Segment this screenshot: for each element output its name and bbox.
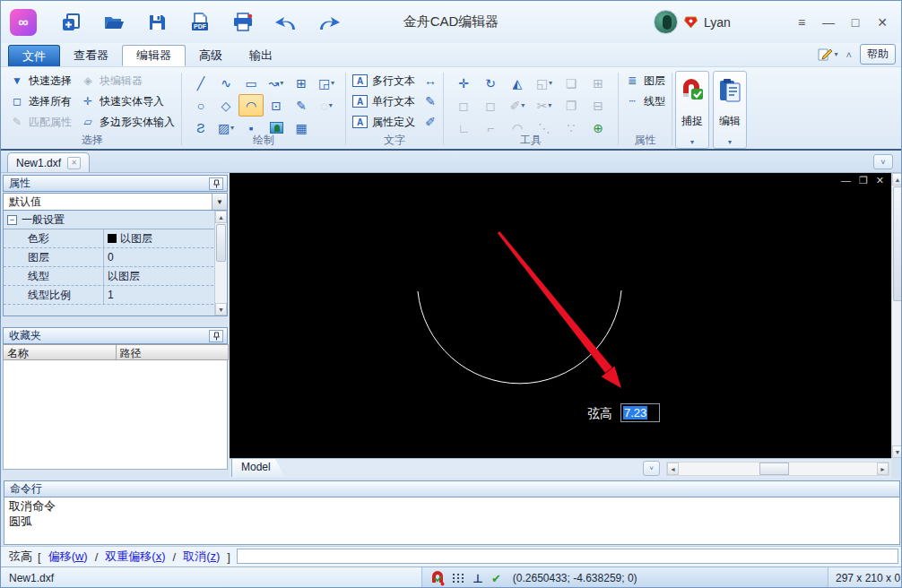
scrollbar-thumb[interactable] (759, 463, 789, 475)
properties-group-row[interactable]: −一般设置 (4, 211, 227, 229)
open-file-button[interactable] (101, 10, 126, 35)
select-all-button[interactable]: ◻ 选择所有 (10, 92, 72, 110)
layers-button[interactable]: ≣ 图层 (625, 72, 665, 90)
gradient-tool[interactable]: ◌▾ (314, 94, 339, 117)
polyline-tool[interactable]: ↝▾ (264, 72, 289, 94)
app-menu-button[interactable]: ≡ (788, 9, 815, 36)
revision-cloud-tool[interactable]: ⊡ (264, 94, 289, 117)
stretch-tool[interactable]: ✐▾ (504, 94, 531, 117)
tab-output[interactable]: 输出 (236, 45, 286, 66)
properties-scrollbar[interactable]: ▲ ▼ (214, 211, 227, 316)
move-tool[interactable]: ✛ (450, 72, 477, 94)
draft-check-icon[interactable]: ✔ (491, 572, 501, 585)
redo-button[interactable] (317, 10, 342, 35)
tab-editor[interactable]: 编辑器 (122, 45, 186, 66)
arc-tool[interactable]: ◠ (239, 94, 264, 117)
match-properties-button[interactable]: ✎ 匹配属性 (10, 113, 72, 131)
new-file-button[interactable] (58, 10, 83, 35)
collapse-ribbon-icon[interactable]: ˄ (846, 49, 852, 60)
explode-tool[interactable]: ⊟ (585, 94, 611, 117)
option-cancel[interactable]: 取消(z) (183, 549, 220, 565)
minimize-button[interactable]: — (815, 9, 842, 36)
edit-text-tool[interactable]: ✐ (424, 113, 437, 131)
dropdown-arrow-icon[interactable]: ▼ (212, 194, 227, 210)
circle-tool[interactable]: ○ (188, 94, 213, 117)
line-tool[interactable]: ╱ (188, 72, 213, 94)
pin-icon[interactable] (209, 330, 223, 342)
single-text-button[interactable]: A 单行文本 (352, 92, 415, 110)
edit-dropdown-icon[interactable]: ▾ (728, 138, 732, 146)
mtext-button[interactable]: A 多行文本 (352, 72, 415, 90)
property-row-linetype[interactable]: 线型 以图层 (4, 267, 227, 286)
quick-entity-import-button[interactable]: ✛ 快速实体导入 (81, 92, 175, 110)
drawing-canvas[interactable]: — ❐ ✕ 弦高 7.23 (230, 173, 891, 458)
layout-expand-button[interactable]: ˅ (643, 461, 660, 476)
undo-button[interactable] (273, 10, 299, 35)
copy-properties-tool[interactable]: ❐ (558, 94, 585, 117)
attribute-define-button[interactable]: A 属性定义 (352, 113, 415, 131)
model-tab[interactable]: Model (231, 459, 285, 477)
sketch-tool[interactable]: ∿ (213, 72, 239, 94)
tab-file[interactable]: 文件 (8, 45, 60, 66)
option-double-offset[interactable]: 双重偏移(x) (105, 549, 165, 565)
tab-overflow-button[interactable]: ˅ (873, 154, 893, 169)
boundary-tool[interactable]: ◲▾ (314, 72, 339, 94)
ellipse-tool[interactable]: ◇ (213, 94, 239, 117)
scrollbar-thumb[interactable] (216, 224, 226, 262)
block-editor-button[interactable]: ◈ 块编辑器 (81, 72, 175, 90)
text-style-tool[interactable]: ✎ (424, 92, 437, 110)
property-row-layer[interactable]: 图层 0 (4, 248, 227, 267)
tab-viewer[interactable]: 查看器 (60, 45, 122, 66)
canvas-restore-icon[interactable]: ❐ (859, 175, 868, 186)
command-history[interactable]: 取消命令 圆弧 (4, 497, 900, 545)
scroll-down-icon[interactable]: ▼ (892, 445, 902, 458)
scroll-down-icon[interactable]: ▼ (215, 303, 227, 316)
canvas-minimize-icon[interactable]: — (841, 175, 851, 186)
favorites-list[interactable] (3, 360, 228, 470)
scrollbar-thumb[interactable] (893, 186, 902, 301)
collapse-icon[interactable]: − (7, 215, 17, 225)
canvas-hscrollbar[interactable]: ◄ ► (666, 462, 889, 476)
snap-dropdown-icon[interactable]: ▾ (690, 138, 694, 146)
property-row-linetype-scale[interactable]: 线型比例 1 (4, 286, 227, 305)
chord-height-input[interactable]: 7.23 (620, 403, 660, 422)
save-button[interactable] (144, 10, 169, 35)
help-button[interactable]: 帮助 (860, 44, 896, 65)
insert-block-tool[interactable]: ⊞ (289, 72, 314, 94)
dimension-tool[interactable]: ↔ (424, 72, 437, 90)
property-row-color[interactable]: 色彩 以图层 (4, 229, 227, 248)
document-tab[interactable]: New1.dxf ✕ (7, 152, 90, 172)
annotate-dropdown-icon[interactable]: ▾ (835, 50, 838, 58)
canvas-vscrollbar[interactable]: ▲ ▼ (891, 173, 902, 458)
canvas-close-icon[interactable]: ✕ (876, 175, 884, 186)
column-header-name[interactable]: 名称 (3, 344, 117, 360)
polygon-entity-input-button[interactable]: ▱ 多边形实体输入 (81, 113, 175, 131)
scroll-right-icon[interactable]: ► (877, 463, 889, 475)
break-tool[interactable]: ✂▾ (531, 94, 558, 117)
trim-tool[interactable]: ◻ (450, 94, 477, 117)
quick-select-button[interactable]: ▼ 快速选择 (10, 72, 72, 90)
scroll-up-icon[interactable]: ▲ (215, 211, 227, 223)
ortho-icon[interactable]: ⊥ (473, 572, 483, 585)
extend-tool[interactable]: ◻ (477, 94, 504, 117)
copy-tool[interactable]: ❏ (558, 72, 585, 94)
rectangle-tool[interactable]: ▭ (239, 72, 264, 94)
close-button[interactable]: ✕ (869, 9, 896, 36)
scroll-left-icon[interactable]: ◄ (667, 463, 679, 475)
column-header-path[interactable]: 路径 (116, 344, 230, 360)
option-offset[interactable]: 偏移(w) (48, 549, 88, 565)
preset-dropdown[interactable]: 默认值 ▼ (3, 193, 228, 211)
print-button[interactable] (230, 10, 256, 35)
linetype-button[interactable]: ┄ 线型 (625, 92, 665, 110)
annotate-icon[interactable]: ▾ (817, 48, 838, 62)
snap-magnet-icon[interactable] (430, 571, 445, 586)
edit-button[interactable]: 编辑 ▾ (713, 71, 747, 149)
tab-advanced[interactable]: 高级 (186, 45, 236, 66)
user-account[interactable]: Lyan (654, 1, 731, 43)
maximize-button[interactable]: □ (842, 9, 869, 36)
rotate-tool[interactable]: ↻ (477, 72, 504, 94)
align-tool[interactable]: ⊞ (585, 72, 611, 94)
scale-tool[interactable]: ◱▾ (531, 72, 558, 94)
export-pdf-button[interactable]: PDF (187, 10, 212, 35)
pin-icon[interactable] (209, 177, 223, 190)
